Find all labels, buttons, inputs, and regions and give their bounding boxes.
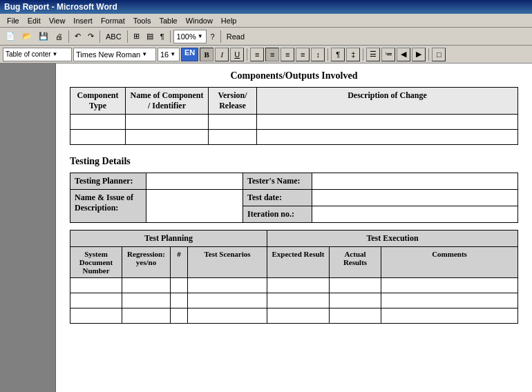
redo-btn[interactable]: ↷ bbox=[85, 30, 97, 43]
test-execution-table: Test Planning Test Execution System Docu… bbox=[70, 230, 518, 324]
font-dropdown[interactable]: Times New Roman ▼ bbox=[73, 48, 156, 61]
menu-window[interactable]: Window bbox=[182, 15, 217, 26]
align-right-btn[interactable]: ≡ bbox=[281, 48, 294, 61]
bold-btn[interactable]: B bbox=[200, 48, 213, 61]
iteration-value bbox=[312, 206, 518, 223]
menu-file[interactable]: File bbox=[3, 15, 23, 26]
cell bbox=[381, 293, 518, 308]
test-execution-header: Test Execution bbox=[267, 231, 518, 247]
cell bbox=[209, 130, 257, 145]
cell bbox=[188, 293, 267, 308]
cell bbox=[122, 308, 171, 324]
undo-btn[interactable]: ↶ bbox=[72, 30, 84, 43]
menu-view[interactable]: View bbox=[45, 15, 70, 26]
para-mark-btn[interactable]: ¶ bbox=[331, 48, 345, 61]
zoom-dropdown[interactable]: 100% ▼ bbox=[173, 30, 207, 43]
section1-title: Components/Outputs Involved bbox=[70, 70, 518, 81]
cell bbox=[70, 308, 122, 324]
table-row bbox=[70, 130, 518, 145]
style-dropdown[interactable]: Table of conter ▼ bbox=[3, 48, 72, 61]
menu-tools[interactable]: Tools bbox=[129, 15, 155, 26]
print-btn[interactable]: 🖨 bbox=[53, 30, 66, 43]
col-hash: # bbox=[171, 247, 188, 278]
read-btn[interactable]: Read bbox=[224, 30, 247, 43]
testing-planner-value bbox=[146, 173, 243, 190]
open-btn[interactable]: 📂 bbox=[19, 30, 35, 43]
sidebar bbox=[0, 63, 55, 392]
cell bbox=[330, 293, 381, 308]
align-left-btn[interactable]: ≡ bbox=[250, 48, 264, 61]
col-system-doc: System Document Number bbox=[70, 247, 122, 278]
justify-btn[interactable]: ≡ bbox=[296, 48, 310, 61]
table-row bbox=[70, 115, 518, 130]
cell bbox=[126, 130, 209, 145]
title-text: Bug Report - Microsoft Word bbox=[4, 2, 117, 12]
sep1 bbox=[68, 30, 69, 43]
menu-help[interactable]: Help bbox=[217, 15, 241, 26]
para-btn[interactable]: ¶ bbox=[158, 30, 167, 43]
col-description: Description of Change bbox=[257, 88, 518, 115]
col-component-type: Component Type bbox=[70, 88, 126, 115]
cell bbox=[122, 293, 171, 308]
test-date-label: Test date: bbox=[243, 190, 312, 206]
sep2 bbox=[99, 30, 100, 43]
cell bbox=[70, 293, 122, 308]
indent-decrease-btn[interactable]: ◀ bbox=[397, 48, 410, 61]
table-row: Name & Issue of Description: Test date: bbox=[70, 190, 518, 206]
test-date-value bbox=[312, 190, 518, 206]
cell bbox=[257, 130, 518, 145]
components-table: Component Type Name of Component / Ident… bbox=[70, 87, 518, 145]
save-btn[interactable]: 💾 bbox=[36, 30, 51, 43]
fmt-sep4 bbox=[428, 48, 429, 61]
name-issue-label: Name & Issue of Description: bbox=[70, 190, 146, 223]
table-row: Test Planning Test Execution bbox=[70, 231, 518, 247]
bullets-btn[interactable]: ☰ bbox=[366, 48, 380, 61]
italic-btn[interactable]: I bbox=[215, 48, 229, 61]
cell bbox=[381, 278, 518, 293]
title-bar: Bug Report - Microsoft Word bbox=[0, 0, 532, 14]
align-center-btn[interactable]: ≡ bbox=[265, 48, 279, 61]
cell bbox=[126, 115, 209, 130]
new-btn[interactable]: 📄 bbox=[3, 30, 18, 43]
fmt-sep1 bbox=[247, 48, 247, 61]
menu-bar: File Edit View Insert Format Tools Table… bbox=[0, 14, 532, 28]
cell bbox=[257, 115, 518, 130]
cell bbox=[70, 130, 126, 145]
table-row: System Document Number Regression: yes/n… bbox=[70, 247, 518, 278]
col-comments: Comments bbox=[381, 247, 518, 278]
sep5 bbox=[220, 30, 221, 43]
cell bbox=[188, 278, 267, 293]
fmt-sep3 bbox=[363, 48, 363, 61]
help-btn[interactable]: ? bbox=[208, 30, 218, 43]
show-marks-btn[interactable]: ‡ bbox=[346, 48, 360, 61]
cell bbox=[171, 293, 188, 308]
size-dropdown[interactable]: 16 ▼ bbox=[158, 48, 180, 61]
testing-planner-label: Testing Planner: bbox=[70, 173, 146, 190]
section2-title: Testing Details bbox=[70, 156, 518, 167]
underline-btn[interactable]: U bbox=[230, 48, 244, 61]
cell bbox=[70, 278, 122, 293]
columns-btn[interactable]: ▤ bbox=[144, 30, 156, 43]
numbering-btn[interactable]: ≔ bbox=[381, 48, 395, 61]
menu-format[interactable]: Format bbox=[97, 15, 129, 26]
cell bbox=[209, 115, 257, 130]
table-row bbox=[70, 293, 518, 308]
cell bbox=[267, 308, 330, 324]
indent-increase-btn[interactable]: ▶ bbox=[412, 48, 426, 61]
table-row: Testing Planner: Tester's Name: bbox=[70, 173, 518, 190]
menu-insert[interactable]: Insert bbox=[69, 15, 97, 26]
language-btn[interactable]: EN bbox=[181, 48, 198, 61]
cell bbox=[188, 308, 267, 324]
border-btn[interactable]: □ bbox=[432, 48, 446, 61]
col-version: Version/ Release bbox=[209, 88, 257, 115]
cell bbox=[171, 308, 188, 324]
table-btn[interactable]: ⊞ bbox=[131, 30, 142, 43]
spell-btn[interactable]: ABC bbox=[103, 30, 124, 43]
menu-edit[interactable]: Edit bbox=[23, 15, 45, 26]
testers-name-value bbox=[312, 173, 518, 190]
cell bbox=[70, 115, 126, 130]
line-spacing-btn[interactable]: ↕ bbox=[311, 48, 325, 61]
cell bbox=[381, 308, 518, 324]
document-area: Components/Outputs Involved Component Ty… bbox=[55, 63, 532, 392]
menu-table[interactable]: Table bbox=[155, 15, 181, 26]
